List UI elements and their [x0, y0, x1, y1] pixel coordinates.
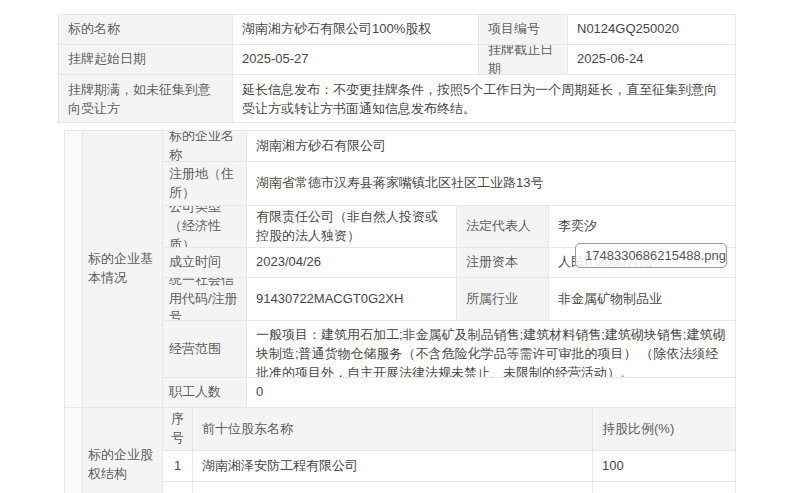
establish-date-value: 2023/04/26 — [247, 248, 457, 278]
table-row: 挂牌起始日期 2025-05-27 挂牌截止日期 2025-06-24 — [59, 45, 736, 75]
table-row: 挂牌期满，如未征集到意向受让方 延长信息发布：不变更挂牌条件，按照5个工作日为一… — [59, 75, 736, 123]
business-scope-label: 经营范围 — [163, 321, 247, 378]
table-row: 注册地（住所） 湖南省常德市汉寿县蒋家嘴镇北区社区工业路13号 — [163, 162, 736, 206]
shareholder-ratio: 100 — [593, 451, 736, 482]
registered-capital-label: 注册资本 — [457, 248, 549, 278]
legal-representative-label: 法定代表人 — [457, 206, 549, 248]
extension-policy-label: 挂牌期满，如未征集到意向受让方 — [59, 75, 233, 123]
company-name-value: 湖南湘方砂石有限公司 — [247, 131, 736, 162]
shareholder-row: 1 湖南湘泽安防工程有限公司 100 — [163, 451, 736, 482]
seq-column-header: 序号 — [163, 408, 193, 451]
listing-end-label: 挂牌截止日期 — [479, 45, 568, 75]
spacer-column — [65, 408, 83, 493]
table-row: 标的企业名称 湖南湘方砂石有限公司 — [163, 131, 736, 162]
listing-start-label: 挂牌起始日期 — [59, 45, 233, 75]
project-number-value: N0124GQ250020 — [568, 15, 736, 45]
enterprise-detail-table: 标的企业基本情况 标的企业名称 湖南湘方砂石有限公司 注册地（住所） 湖南省常德… — [64, 130, 736, 493]
registered-address-value: 湖南省常德市汉寿县蒋家嘴镇北区社区工业路13号 — [247, 162, 736, 206]
filename-tooltip: 1748330686215488.png — [575, 243, 727, 268]
shareholder-name-column-header: 前十位股东名称 — [193, 408, 593, 451]
credit-code-label: 统一社会信用代码/注册号 — [163, 278, 247, 321]
shareholder-name: 湖南湘泽安防工程有限公司 — [193, 451, 593, 482]
employee-count-value: 0 — [247, 378, 736, 408]
table-row: 标的名称 湖南湘方砂石有限公司100%股权 项目编号 N0124GQ250020 — [59, 15, 736, 45]
shareholder-header-row: 序号 前十位股东名称 持股比例(%) — [163, 408, 736, 451]
business-scope-value: 一般项目：建筑用石加工;非金属矿及制品销售;建筑材料销售;建筑砌块销售;建筑砌块… — [247, 321, 736, 378]
extension-policy-value: 延长信息发布：不变更挂牌条件，按照5个工作日为一个周期延长，直至征集到意向受让方… — [233, 75, 736, 123]
equity-structure-section-title: 标的企业股权结构 — [83, 408, 163, 493]
shareholder-name — [193, 482, 593, 493]
credit-code-value: 91430722MACGT0G2XH — [247, 278, 457, 321]
table-row: 统一社会信用代码/注册号 91430722MACGT0G2XH 所属行业 非金属… — [163, 278, 736, 321]
company-type-label: 公司类型（经济性质） — [163, 206, 247, 248]
listing-end-value: 2025-06-24 — [568, 45, 736, 75]
employee-count-label: 职工人数 — [163, 378, 247, 408]
company-name-label: 标的企业名称 — [163, 131, 247, 162]
registered-address-label: 注册地（住所） — [163, 162, 247, 206]
industry-label: 所属行业 — [457, 278, 549, 321]
ratio-column-header: 持股比例(%) — [593, 408, 736, 451]
establish-date-label: 成立时间 — [163, 248, 247, 278]
table-row: 职工人数 0 — [163, 378, 736, 408]
shareholder-row-partial — [163, 482, 736, 493]
table-row: 公司类型（经济性质） 有限责任公司（非自然人投资或控股的法人独资） 法定代表人 … — [163, 206, 736, 248]
target-name-label: 标的名称 — [59, 15, 233, 45]
shareholder-seq: 1 — [163, 451, 193, 482]
basic-info-section-title: 标的企业基本情况 — [83, 131, 163, 408]
target-name-value: 湖南湘方砂石有限公司100%股权 — [233, 15, 479, 45]
industry-value: 非金属矿物制品业 — [549, 278, 736, 321]
basic-info-section: 标的企业基本情况 标的企业名称 湖南湘方砂石有限公司 注册地（住所） 湖南省常德… — [65, 131, 736, 408]
equity-structure-section: 标的企业股权结构 序号 前十位股东名称 持股比例(%) 1 湖南湘泽安防工程有限… — [65, 408, 736, 493]
shareholder-seq — [163, 482, 193, 493]
company-type-value: 有限责任公司（非自然人投资或控股的法人独资） — [247, 206, 457, 248]
listing-summary-table: 标的名称 湖南湘方砂石有限公司100%股权 项目编号 N0124GQ250020… — [58, 14, 736, 123]
shareholder-ratio — [593, 482, 736, 493]
project-number-label: 项目编号 — [479, 15, 568, 45]
listing-start-value: 2025-05-27 — [233, 45, 479, 75]
legal-representative-value: 李奕汐 — [549, 206, 736, 248]
table-row: 经营范围 一般项目：建筑用石加工;非金属矿及制品销售;建筑材料销售;建筑砌块销售… — [163, 321, 736, 378]
spacer-column — [65, 131, 83, 408]
